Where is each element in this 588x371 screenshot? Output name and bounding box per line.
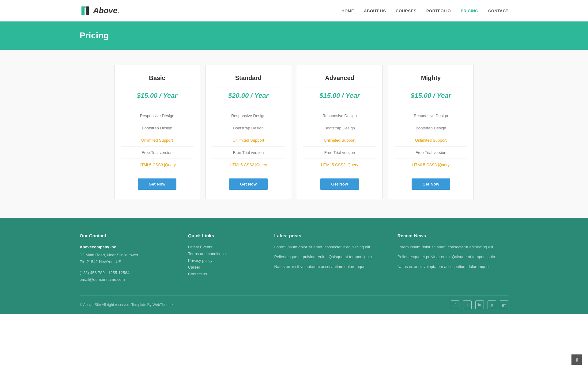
social-linkedin-icon[interactable]: in	[475, 300, 484, 309]
footer-link-career[interactable]: Career	[188, 264, 262, 271]
pricing-card-basic: Basic $15.00 / Year Responsive Design Bo…	[114, 65, 200, 199]
get-now-button-standard[interactable]: Get Now	[229, 178, 268, 190]
pricing-cards: Basic $15.00 / Year Responsive Design Bo…	[80, 65, 508, 199]
footer-news-3: Natus error sit voluptatem accusantium d…	[398, 263, 508, 270]
nav-link-courses[interactable]: COURSES	[396, 9, 417, 13]
footer-recent-news-heading: Recent News	[398, 233, 508, 238]
footer-quick-links-list: Latest Events Terms and conditions Priva…	[188, 244, 262, 277]
plan-features-mighty: Responsive Design Bootstrap Design Unlim…	[394, 110, 467, 171]
feature-responsive: Responsive Design	[121, 110, 194, 122]
footer: Our Contact Abovecompany Inc JC Main Roa…	[0, 218, 588, 314]
nav-item-pricing[interactable]: PRICING	[461, 8, 478, 13]
nav-item-courses[interactable]: COURSES	[396, 8, 417, 13]
feature-responsive: Responsive Design	[394, 110, 467, 122]
pricing-card-mighty: Mighty $15.00 / Year Responsive Design B…	[388, 65, 474, 199]
footer-recent-news-col: Recent News Lorem ipsum dolor sit amet, …	[398, 233, 508, 283]
social-twitter-icon[interactable]: t	[463, 300, 472, 309]
footer-company-name: Abovecompany Inc	[80, 244, 176, 251]
plan-features-basic: Responsive Design Bootstrap Design Unlim…	[121, 110, 194, 171]
feature-responsive: Responsive Design	[303, 110, 376, 122]
footer-grid: Our Contact Abovecompany Inc JC Main Roa…	[80, 233, 508, 295]
footer-link-career-anchor[interactable]: Career	[188, 265, 200, 270]
feature-tech: HTML5 CSS3 jQuery	[121, 159, 194, 171]
pricing-section: Basic $15.00 / Year Responsive Design Bo…	[0, 50, 588, 218]
nav-links: HOME ABOUT US COURSES PORTFOLIO PRICING …	[341, 8, 508, 13]
footer-link-terms[interactable]: Terms and conditions	[188, 251, 262, 257]
feature-bootstrap: Bootstrap Design	[394, 122, 467, 134]
nav-item-about[interactable]: ABOUT US	[364, 8, 386, 13]
footer-link-terms-anchor[interactable]: Terms and conditions	[188, 251, 226, 256]
pricing-card-advanced: Advanced $15.00 / Year Responsive Design…	[297, 65, 383, 199]
feature-trial: Free Trial version	[121, 147, 194, 159]
footer-link-contact-anchor[interactable]: Contact us	[188, 272, 207, 276]
footer-bottom: © Above Site All right reserved. Templat…	[80, 295, 508, 314]
nav-link-contact[interactable]: CONTACT	[488, 9, 508, 13]
footer-link-contact[interactable]: Contact us	[188, 271, 262, 277]
pricing-card-standard: Standard $20.00 / Year Responsive Design…	[205, 65, 291, 199]
footer-news-2: Pellentesque et pulvinar enim. Quisque a…	[398, 254, 508, 260]
plan-name-mighty: Mighty	[421, 75, 441, 82]
feature-support: Unlimited Support	[212, 134, 285, 147]
feature-support: Unlimited Support	[394, 134, 467, 147]
footer-link-privacy-anchor[interactable]: Privacy policy	[188, 258, 212, 263]
feature-tech: HTML5 CSS3 jQuery	[394, 159, 467, 171]
feature-tech: HTML5 CSS3 jQuery	[212, 159, 285, 171]
social-icons: f t in p g+	[451, 300, 508, 309]
plan-price-advanced: $15.00 / Year	[303, 87, 376, 104]
logo-text: Above.	[93, 6, 120, 15]
feature-support: Unlimited Support	[121, 134, 194, 147]
footer-link-events-anchor[interactable]: Latest Events	[188, 245, 212, 249]
footer-link-privacy[interactable]: Privacy policy	[188, 257, 262, 264]
footer-phone: (123) 456-789 - 1255-12584	[80, 270, 176, 276]
footer-post-1: Lorem ipsum dolor sit amet, consectetur …	[274, 244, 385, 251]
footer-latest-posts-heading: Latest posts	[274, 233, 385, 238]
logo[interactable]: Above.	[80, 5, 120, 16]
get-now-button-advanced[interactable]: Get Now	[320, 178, 359, 190]
plan-name-basic: Basic	[149, 75, 165, 82]
feature-trial: Free Trial version	[303, 147, 376, 159]
feature-trial: Free Trial version	[212, 147, 285, 159]
nav-link-pricing[interactable]: PRICING	[461, 9, 478, 13]
feature-bootstrap: Bootstrap Design	[303, 122, 376, 134]
footer-post-2: Pellentesque et pulvinar enim. Quisque a…	[274, 254, 385, 260]
footer-email: email@domainname.com	[80, 276, 176, 283]
plan-price-mighty: $15.00 / Year	[394, 87, 467, 104]
plan-price-basic: $15.00 / Year	[121, 87, 194, 104]
footer-contact-col: Our Contact Abovecompany Inc JC Main Roa…	[80, 233, 176, 283]
footer-post-3: Natus error sit voluptatem accusantium d…	[274, 263, 385, 270]
social-pinterest-icon[interactable]: p	[488, 300, 496, 309]
nav-link-home[interactable]: HOME	[341, 9, 354, 13]
svg-rect-1	[86, 6, 89, 15]
footer-quick-links-col: Quick Links Latest Events Terms and cond…	[188, 233, 262, 283]
feature-bootstrap: Bootstrap Design	[212, 122, 285, 134]
plan-name-standard: Standard	[235, 75, 262, 82]
feature-responsive: Responsive Design	[212, 110, 285, 122]
logo-icon	[80, 5, 91, 16]
footer-contact-heading: Our Contact	[80, 233, 176, 238]
svg-rect-0	[81, 6, 85, 15]
nav-item-contact[interactable]: CONTACT	[488, 8, 508, 13]
get-now-button-mighty[interactable]: Get Now	[412, 178, 450, 190]
footer-address: JC Main Road, Near Silnile tower Pin-215…	[80, 252, 176, 265]
social-google-icon[interactable]: g+	[500, 300, 508, 309]
nav-item-portfolio[interactable]: PORTFOLIO	[426, 8, 451, 13]
footer-news-1: Lorem ipsum dolor sit amet, consectetur …	[398, 244, 508, 251]
nav-link-portfolio[interactable]: PORTFOLIO	[426, 9, 451, 13]
get-now-button-basic[interactable]: Get Now	[138, 178, 177, 190]
nav-item-home[interactable]: HOME	[341, 8, 354, 13]
plan-features-standard: Responsive Design Bootstrap Design Unlim…	[212, 110, 285, 171]
hero-title: Pricing	[80, 31, 508, 40]
footer-link-events[interactable]: Latest Events	[188, 244, 262, 251]
plan-price-standard: $20.00 / Year	[212, 87, 285, 104]
footer-copyright: © Above Site All right reserved. Templat…	[80, 303, 173, 307]
plan-features-advanced: Responsive Design Bootstrap Design Unlim…	[303, 110, 376, 171]
logo-dot: .	[117, 6, 119, 15]
social-facebook-icon[interactable]: f	[451, 300, 459, 309]
footer-latest-posts-col: Latest posts Lorem ipsum dolor sit amet,…	[274, 233, 385, 283]
feature-bootstrap: Bootstrap Design	[121, 122, 194, 134]
footer-address-line2: Pin-21542 NewYork US.	[80, 259, 123, 264]
feature-tech: HTML5 CSS3 jQuery	[303, 159, 376, 171]
nav-link-about[interactable]: ABOUT US	[364, 9, 386, 13]
navigation: Above. HOME ABOUT US COURSES PORTFOLIO P…	[0, 0, 588, 21]
footer-address-line1: JC Main Road, Near Silnile tower	[80, 253, 138, 257]
